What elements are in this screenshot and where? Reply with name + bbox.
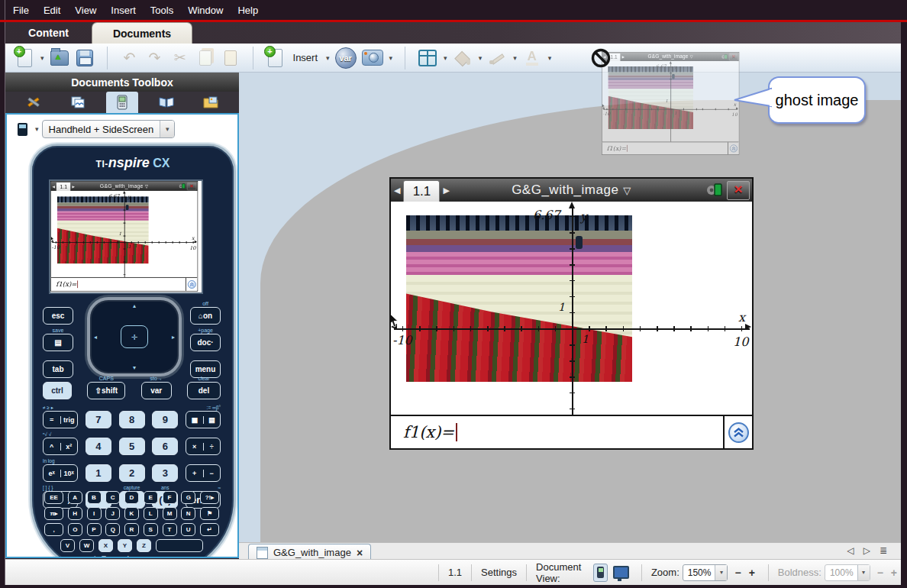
calc-key-g[interactable]: G [181,491,195,504]
calc-key-i[interactable]: I [87,507,102,520]
statusbar-page-number[interactable]: 1.1 [448,567,462,578]
page-next-icon[interactable]: ▶ [73,184,75,188]
fill-color-button[interactable] [453,47,473,69]
calc-key-doc[interactable]: doc· [190,334,221,351]
page-layout-caret-icon[interactable]: ▾ [444,54,447,62]
fill-color-caret-icon[interactable]: ▾ [479,54,483,62]
calc-key-f[interactable]: F [163,491,177,504]
touchpad-left-icon[interactable]: ◂ [94,334,97,341]
calc-key-t[interactable]: T [163,523,177,536]
calc-key-l[interactable]: L [144,507,158,520]
new-document-caret-icon[interactable]: ▾ [40,54,44,62]
calc-key-[interactable]: ×÷ [186,438,221,455]
emulator-device-button[interactable] [13,121,31,137]
calc-key-on[interactable]: ⌂on [190,307,221,325]
page-layout-button[interactable] [418,47,437,69]
menu-edit[interactable]: Edit [44,5,60,16]
calc-key-q[interactable]: Q [105,523,120,536]
calc-key-y[interactable]: Y [118,539,132,552]
touchpad-up-icon[interactable]: ▴ [133,302,136,309]
calc-key-7[interactable]: 7 [86,411,111,428]
boldness-plus-button[interactable]: + [891,567,897,579]
touchpad-right-icon[interactable]: ▸ [172,334,175,341]
graph-area[interactable]: 6.67 y x -10 10 1 1 [602,61,739,143]
screen-capture-button[interactable] [362,47,383,69]
insert-caret-icon[interactable]: ▾ [326,54,330,62]
calc-key-3[interactable]: 3 [152,464,178,482]
expand-entry-button[interactable] [188,280,196,289]
close-window-icon[interactable]: × [729,53,738,60]
calc-key-v[interactable]: V [60,539,75,552]
calc-key-8[interactable]: 8 [119,411,145,428]
calc-key-c[interactable]: C [105,491,120,504]
calc-key-space[interactable] [156,539,203,552]
touchpad[interactable]: ▴ ▾ ◂ ▸ ✛ [87,297,182,376]
zoom-caret-icon[interactable]: ▾ [715,565,727,580]
pager-prev-icon[interactable]: ◁ [847,545,854,556]
menu-file[interactable]: File [13,5,29,16]
calc-key-o[interactable]: O [68,523,82,536]
close-document-icon[interactable]: × [357,548,363,558]
toolbox-tab-handheld-emulator[interactable] [106,92,138,113]
entry-expression[interactable]: f1(x)= [607,145,626,152]
calc-key-5[interactable]: 5 [119,438,145,455]
boldness-minus-button[interactable]: − [877,567,883,579]
calc-key-d[interactable]: D [124,491,139,504]
document-title[interactable]: G&G_with_image▽ [79,183,169,189]
entry-expression[interactable]: f1(x)= [403,423,454,441]
cut-button[interactable]: ✂ [170,47,190,69]
expand-entry-button[interactable] [728,422,749,443]
calc-key-x[interactable]: ^x² [43,438,78,455]
page-prev-icon[interactable]: ◀ [394,186,400,195]
document-page-tab[interactable]: G&G_with_image × [248,544,371,561]
variables-button[interactable]: var [335,47,357,69]
line-color-caret-icon[interactable]: ▾ [513,54,517,62]
boldness-caret-icon[interactable]: ▾ [857,565,870,580]
toolbox-tab-page-sorter[interactable] [62,92,94,113]
tulip-field-image[interactable] [406,215,632,382]
calc-key-[interactable]: ▦▤ [186,411,221,428]
calc-key-4[interactable]: 4 [86,438,111,455]
calc-key-h[interactable]: H [68,507,82,520]
menu-help[interactable]: Help [237,5,258,16]
insert-label[interactable]: Insert [293,52,318,63]
function-entry-line[interactable]: f1(x)= [51,277,198,291]
page-tab-indicator[interactable]: 1.1 [403,180,440,203]
page-tab-indicator[interactable]: 1.1 [56,182,70,191]
calc-key-j[interactable]: J [105,507,120,520]
zoom-combobox[interactable]: 150% ▾ [683,564,728,581]
calc-key-ctrl[interactable]: ctrl [43,382,72,399]
statusbar-settings[interactable]: Settings [481,567,517,578]
text-color-caret-icon[interactable]: ▾ [548,54,552,62]
calc-key-[interactable]: ↵ [200,523,219,536]
title-dropdown-icon[interactable]: ▽ [690,55,693,60]
touchpad-click-button[interactable]: ✛ [121,325,148,348]
calc-key-u[interactable]: U [181,523,195,536]
pager-list-icon[interactable]: ≣ [880,545,887,556]
document-title[interactable]: G&G_with_image▽ [460,183,683,198]
title-dropdown-icon[interactable]: ▽ [145,184,148,189]
calc-key-n[interactable]: N [181,507,195,520]
document-view-handheld-button[interactable] [593,564,608,582]
calc-key-ee[interactable]: EE [44,491,63,504]
calc-key-x[interactable]: X [98,539,113,552]
calc-key-esc[interactable]: esc [43,307,73,325]
calc-key-1[interactable]: 1 [86,464,111,482]
new-document-button[interactable]: + [15,47,34,69]
text-color-button[interactable]: A [522,47,542,69]
calc-key-s[interactable]: S [144,523,158,536]
calc-key-w[interactable]: W [79,539,94,552]
undo-button[interactable]: ↶ [120,47,140,69]
function-entry-line[interactable]: f1(x)= [602,142,739,155]
copy-button[interactable] [195,47,215,69]
close-window-icon[interactable]: × [727,181,750,200]
save-document-button[interactable] [75,47,95,69]
calc-key-var[interactable]: var [141,382,172,399]
calc-key-z[interactable]: Z [137,539,151,552]
open-document-button[interactable] [50,47,69,69]
screen-capture-caret-icon[interactable]: ▾ [389,54,393,62]
calc-key-2[interactable]: 2 [119,464,145,482]
calc-key-[interactable]: ?!▸ [200,491,219,504]
calc-key-6[interactable]: 6 [152,438,178,455]
calc-key-[interactable]: +− [186,464,221,482]
